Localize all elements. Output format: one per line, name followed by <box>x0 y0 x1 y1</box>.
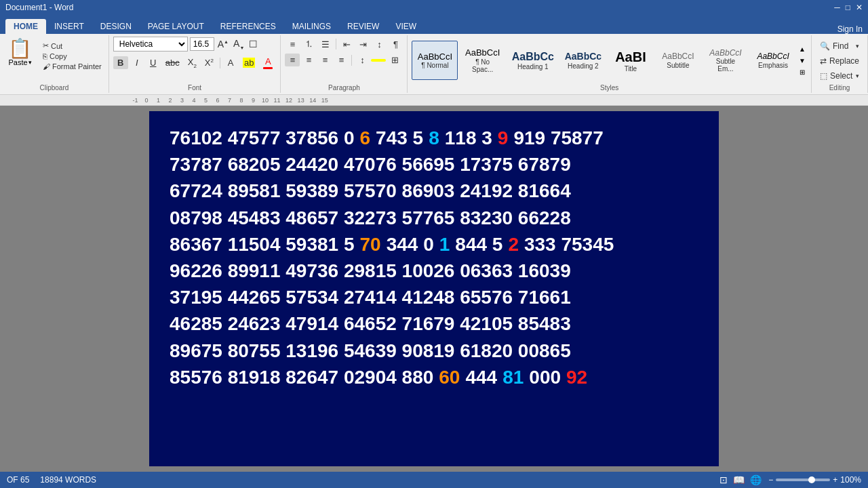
paste-icon: 📋 <box>8 39 32 58</box>
style-nospace-label: ¶ No Spac... <box>464 58 501 73</box>
style-heading1-preview: AaBbCc <box>512 50 554 63</box>
numbered-list-button[interactable]: ⒈ <box>301 37 317 52</box>
zoom-in-btn[interactable]: + <box>833 475 837 485</box>
multilevel-list-button[interactable]: ☰ <box>318 38 333 51</box>
align-right-btn[interactable]: ≡ <box>317 54 332 66</box>
font-group: Helvetica A▲ A▼ ☐ B I U abc X2 X2 A ab <box>109 35 281 93</box>
show-hide-btn[interactable]: ¶ <box>388 38 403 51</box>
para-divider1 <box>336 39 336 49</box>
align-center-btn[interactable]: ≡ <box>301 54 316 66</box>
word-count: 18894 WORDS <box>40 475 96 485</box>
doc-line-10: 85576 81918 82647 02904 88060 44481 0009… <box>170 364 698 390</box>
style-title-preview: AaBI <box>615 49 646 65</box>
style-normal-label: ¶ Normal <box>421 62 448 69</box>
read-mode-btn[interactable]: 📖 <box>732 474 746 485</box>
style-nospace[interactable]: AaBbCcI ¶ No Spac... <box>459 41 506 80</box>
style-heading1[interactable]: AaBbCc Heading 1 <box>507 41 559 80</box>
styles-scroll-down-btn[interactable]: ▼ <box>797 56 807 66</box>
font-family-select[interactable]: Helvetica <box>113 37 188 52</box>
status-left: OF 65 18894 WORDS <box>7 475 96 485</box>
status-right: ⊡ 📖 🌐 − + 100% <box>718 474 861 485</box>
bold-button[interactable]: B <box>113 56 128 69</box>
style-emphasis-preview: AaBbCcI <box>757 52 789 61</box>
font-size-input[interactable] <box>190 37 214 51</box>
font-size-increase-btn[interactable]: A▲ <box>216 39 230 49</box>
style-heading2[interactable]: AaBbCc Heading 2 <box>560 41 606 80</box>
style-heading1-label: Heading 1 <box>517 63 549 70</box>
select-button[interactable]: ⬚ Select ▾ <box>816 69 863 83</box>
italic-button[interactable]: I <box>130 56 144 69</box>
paste-button[interactable]: 📋 Paste ▾ <box>4 38 36 68</box>
tab-insert[interactable]: INSERT <box>46 19 92 34</box>
font-format-row: B I U abc X2 X2 A ab A <box>113 55 277 70</box>
borders-btn[interactable]: ⊞ <box>387 54 402 66</box>
strikethrough-button[interactable]: abc <box>162 56 183 69</box>
bullet-list-button[interactable]: ≡ <box>285 38 300 51</box>
text-effects-button[interactable]: A <box>223 56 238 69</box>
ribbon: 📋 Paste ▾ ✂ Cut ⎘ Copy 🖌 Format Pa <box>0 34 868 95</box>
underline-button[interactable]: U <box>146 56 161 69</box>
paragraph-group: ≡ ⒈ ☰ ⇤ ⇥ ↕ ¶ ≡ ≡ ≡ ≡ ↕ ⊞ Paragraph <box>281 35 408 93</box>
line-spacing-btn[interactable]: ↕ <box>355 54 370 66</box>
styles-more-btn[interactable]: ⊞ <box>797 67 807 77</box>
font-size-decrease-btn[interactable]: A▼ <box>232 38 245 50</box>
document-area: 76102 47577 37856 06743 58118 39919 7587… <box>0 106 868 472</box>
style-normal[interactable]: AaBbCcI ¶ Normal <box>412 41 458 80</box>
select-icon: ⬚ <box>820 71 827 81</box>
decrease-indent-btn[interactable]: ⇤ <box>339 38 354 51</box>
doc-line-6: 96226 89911 49736 29815 10026 06363 1603… <box>170 258 698 284</box>
doc-line-7: 37195 44265 57534 27414 41248 65576 7166… <box>170 284 698 310</box>
para-divider2 <box>351 55 352 66</box>
style-emphasis-label: Emphasis <box>758 62 788 69</box>
close-btn[interactable]: ✕ <box>856 3 863 12</box>
maximize-btn[interactable]: □ <box>846 3 850 12</box>
tab-pagelayout[interactable]: PAGE LAYOUT <box>140 19 212 34</box>
tab-home[interactable]: HOME <box>5 19 46 34</box>
find-button[interactable]: 🔍 Find ▾ <box>816 39 863 53</box>
clear-format-btn[interactable]: ☐ <box>248 39 259 49</box>
sort-btn[interactable]: ↕ <box>372 38 387 51</box>
font-color-button[interactable]: A <box>260 55 276 70</box>
increase-indent-btn[interactable]: ⇥ <box>355 38 370 51</box>
justify-btn[interactable]: ≡ <box>334 54 349 66</box>
font-divider1 <box>220 58 220 68</box>
tab-design[interactable]: DESIGN <box>92 19 140 34</box>
tab-mailings[interactable]: MAILINGS <box>284 19 339 34</box>
style-emphasis[interactable]: AaBbCcI Emphasis <box>750 41 796 80</box>
align-left-btn[interactable]: ≡ <box>285 54 300 66</box>
minimize-btn[interactable]: ─ <box>834 3 840 12</box>
style-title[interactable]: AaBI Title <box>608 41 654 80</box>
web-layout-btn[interactable]: 🌐 <box>749 474 763 485</box>
styles-gallery: AaBbCcI ¶ Normal AaBbCcI ¶ No Spac... Aa… <box>412 41 796 80</box>
document-page[interactable]: 76102 47577 37856 06743 58118 39919 7587… <box>149 111 719 466</box>
cut-icon: ✂ <box>43 41 49 50</box>
doc-line-3: 67724 89581 59389 57570 86903 24192 8166… <box>170 178 698 204</box>
styles-scroll-up-btn[interactable]: ▲ <box>797 44 807 54</box>
highlight-button[interactable]: ab <box>239 56 258 69</box>
replace-button[interactable]: ⇄ Replace <box>816 54 863 68</box>
print-layout-btn[interactable]: ⊡ <box>718 474 729 485</box>
style-subtitle[interactable]: AaBbCcI Subtitle <box>655 41 701 80</box>
style-nospace-preview: AaBbCcI <box>465 47 500 58</box>
copy-button[interactable]: ⎘ Copy <box>40 52 104 61</box>
zoom-out-btn[interactable]: − <box>768 475 773 485</box>
styles-scroll-buttons: ▲ ▼ ⊞ <box>797 44 807 77</box>
format-painter-button[interactable]: 🖌 Format Painter <box>40 62 104 71</box>
subscript-button[interactable]: X2 <box>184 56 200 70</box>
copy-icon: ⎘ <box>43 52 47 60</box>
tab-references[interactable]: REFERENCES <box>212 19 284 34</box>
superscript-button[interactable]: X2 <box>201 56 217 69</box>
style-subtleemphasis[interactable]: AaBbCcI Subtle Em... <box>703 41 749 80</box>
zoom-slider[interactable] <box>776 479 830 481</box>
style-title-label: Title <box>625 65 637 73</box>
paste-dropdown-icon[interactable]: ▾ <box>28 59 32 66</box>
paste-label: Paste <box>8 58 27 66</box>
sign-in-btn[interactable]: Sign In <box>837 24 863 34</box>
tab-review[interactable]: REVIEW <box>339 19 387 34</box>
title-bar: Document1 - Word ─ □ ✕ <box>0 0 868 15</box>
cut-button[interactable]: ✂ Cut <box>40 41 104 51</box>
shading-btn[interactable] <box>371 59 386 62</box>
clipboard-group-label: Clipboard <box>0 84 108 92</box>
small-clipboard-btns: ✂ Cut ⎘ Copy 🖌 Format Painter <box>40 38 104 71</box>
tab-view[interactable]: VIEW <box>387 19 425 34</box>
